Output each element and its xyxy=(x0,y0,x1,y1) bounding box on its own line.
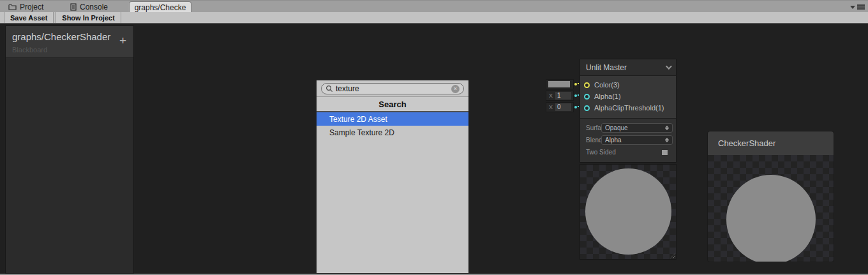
clear-search-icon[interactable]: × xyxy=(451,85,460,93)
blackboard-header: graphs/CheckerShader Blackboard + xyxy=(6,26,133,58)
color-swatch xyxy=(548,81,570,87)
unlit-master-preview xyxy=(580,164,677,260)
tab-bar: Project Console graphs/Checke xyxy=(0,0,868,12)
chevron-down-icon[interactable] xyxy=(666,63,672,70)
port-row-color: Color(3) xyxy=(580,79,676,91)
field-prefix: X xyxy=(546,93,553,99)
toolbar: Save Asset Show In Project xyxy=(0,12,868,24)
search-icon xyxy=(326,85,333,93)
search-input[interactable] xyxy=(336,84,451,93)
save-asset-button[interactable]: Save Asset xyxy=(4,12,54,23)
dropdown-value: Opaque xyxy=(605,124,628,131)
preview-sphere xyxy=(726,175,816,262)
search-field-row: × xyxy=(317,80,468,97)
surface-dropdown[interactable]: Opaque xyxy=(601,123,673,133)
connector-dot xyxy=(574,83,577,85)
tab-graphs-checke[interactable]: graphs/Checke xyxy=(129,1,191,13)
port-row-alpha: Alpha(1) xyxy=(580,91,676,102)
node-search-popup: × Search Texture 2D Asset Sample Texture… xyxy=(316,80,469,274)
port-row-alpha-clip-threshold: AlphaClipThreshold(1) xyxy=(580,102,676,114)
add-property-button[interactable]: + xyxy=(119,34,126,47)
connector-dot xyxy=(574,94,577,97)
setting-label: Two Sided xyxy=(586,149,616,156)
node-settings-section: Surface Opaque Blend Alpha Two Sided xyxy=(580,119,676,162)
dropdown-value: Alpha xyxy=(605,137,622,144)
blackboard-title: graphs/CheckerShader xyxy=(12,31,110,42)
two-sided-setting-row: Two Sided xyxy=(586,146,673,158)
setting-label: Blend xyxy=(586,137,602,144)
window-menu-icon[interactable] xyxy=(850,4,865,10)
tab-label: Console xyxy=(80,3,108,11)
port-alpha-clip-threshold-input[interactable] xyxy=(584,105,590,111)
surface-setting-row: Surface Opaque xyxy=(586,122,673,134)
folder-icon xyxy=(8,4,17,10)
popup-arrows-icon xyxy=(665,138,669,142)
color-swatch-input[interactable] xyxy=(546,79,574,89)
search-field[interactable]: × xyxy=(321,83,464,94)
field-prefix: X xyxy=(546,104,553,110)
port-label: Alpha(1) xyxy=(594,93,621,100)
search-results-header: Search xyxy=(317,97,468,112)
search-result-texture-2d-asset[interactable]: Texture 2D Asset xyxy=(317,112,468,126)
tab-label: Project xyxy=(20,3,43,11)
blackboard-panel[interactable]: graphs/CheckerShader Blackboard + xyxy=(5,26,134,274)
port-alpha-input[interactable] xyxy=(584,94,590,100)
alpha-field[interactable]: X 1 xyxy=(546,91,574,101)
popup-arrows-icon xyxy=(665,126,669,130)
hamburger-icon xyxy=(857,4,865,10)
blend-setting-row: Blend Alpha xyxy=(586,134,673,146)
search-result-sample-texture-2d[interactable]: Sample Texture 2D xyxy=(317,126,468,139)
checkershader-preview xyxy=(708,155,834,262)
two-sided-checkbox[interactable] xyxy=(661,149,668,156)
node-title: CheckerShader xyxy=(718,138,775,148)
checkershader-node-header[interactable]: CheckerShader xyxy=(708,131,834,155)
preview-sphere xyxy=(585,168,671,255)
field-value[interactable]: 0 xyxy=(555,103,571,111)
tab-project[interactable]: Project xyxy=(4,1,48,13)
tab-console[interactable]: Console xyxy=(66,1,112,13)
dropdown-arrow-icon xyxy=(850,6,855,9)
tab-label: graphs/Checke xyxy=(135,3,186,12)
graph-canvas[interactable]: graphs/CheckerShader Blackboard + × Sear… xyxy=(0,24,868,275)
show-in-project-button[interactable]: Show In Project xyxy=(56,12,121,23)
blackboard-subtitle: Blackboard xyxy=(12,46,47,54)
connector-dot xyxy=(574,106,577,108)
unlit-master-node-header[interactable]: Unlit Master xyxy=(580,59,676,76)
alpha-clip-threshold-field[interactable]: X 0 xyxy=(546,102,574,112)
port-label: AlphaClipThreshold(1) xyxy=(594,104,664,112)
port-color-input[interactable] xyxy=(584,82,590,88)
node-ports-section: Color(3) Alpha(1) AlphaClipThreshold(1) xyxy=(580,76,676,119)
blend-dropdown[interactable]: Alpha xyxy=(601,135,673,145)
node-title: Unlit Master xyxy=(586,63,627,72)
preview-resize-handle[interactable] xyxy=(670,253,675,258)
port-label: Color(3) xyxy=(594,81,620,89)
console-icon xyxy=(70,3,77,11)
unlit-master-node[interactable]: Unlit Master Color(3) Alpha(1) AlphaClip… xyxy=(580,59,677,260)
field-value[interactable]: 1 xyxy=(555,92,571,100)
checkershader-node[interactable]: CheckerShader xyxy=(707,131,834,262)
